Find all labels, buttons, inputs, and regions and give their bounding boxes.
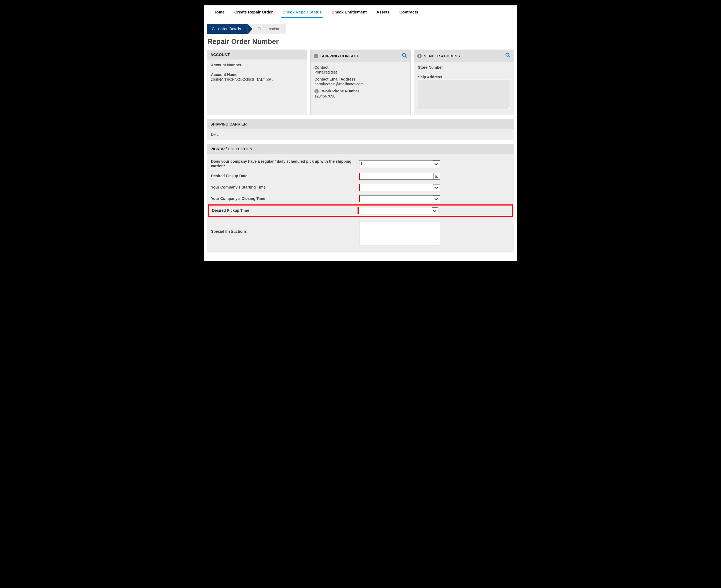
info-icon: i	[314, 89, 319, 93]
nav-create-repair-order[interactable]: Create Repair Order	[233, 7, 274, 18]
account-name-label: Account Name	[211, 72, 303, 77]
chevron-down-icon: ❯	[432, 207, 438, 214]
contact-label: Contact	[314, 65, 407, 69]
account-name-value: ZEBRA TECHNOLOGIES ITALY SRL	[211, 77, 303, 82]
contact-value: Portalreg test	[314, 70, 407, 74]
closing-time-select[interactable]: ❯	[359, 195, 440, 202]
chevron-down-icon: ❯	[433, 184, 440, 191]
nav-assets[interactable]: Assets	[375, 7, 391, 18]
svg-line-6	[437, 176, 437, 177]
closing-time-label: Your Company's Closing Time	[211, 196, 359, 201]
svg-point-2	[506, 53, 509, 57]
top-nav: Home Create Repair Order Check Repair St…	[204, 7, 517, 18]
shipping-carrier-header: SHIPPING CARRIER	[207, 119, 514, 129]
special-instructions-textarea[interactable]	[359, 221, 440, 245]
ship-address-textarea[interactable]	[418, 80, 510, 109]
account-number-label: Account Number	[211, 63, 303, 67]
svg-line-1	[405, 56, 407, 58]
nav-check-entitlement[interactable]: Check Entitlement	[330, 7, 368, 18]
starting-time-label: Your Company's Starting Time	[211, 185, 359, 190]
wizard-step-collection-details[interactable]: Collection Details	[207, 24, 248, 34]
nav-check-repair-status[interactable]: Check Repair Status	[281, 7, 323, 18]
search-icon[interactable]	[505, 52, 511, 59]
account-card: ACCOUNT Account Number Account Name ZEBR…	[207, 49, 307, 115]
info-icon: i	[417, 54, 422, 58]
search-icon[interactable]	[402, 52, 407, 59]
work-phone-label: i Work Phone Number	[314, 89, 407, 93]
starting-time-select[interactable]: ❯	[359, 184, 440, 191]
calendar-search-icon	[433, 173, 440, 180]
store-number-label: Store Number	[418, 65, 510, 69]
regular-pickup-label: Does your company have a regular / daily…	[211, 159, 359, 168]
wizard-step-confirmation[interactable]: Confirmation	[248, 24, 286, 34]
shipping-contact-header: i SHIPPING CONTACT	[311, 50, 410, 62]
page-title: Repair Order Number	[207, 38, 514, 46]
desired-pickup-time-label: Desired Pickup Time	[212, 208, 357, 213]
ship-address-label: Ship Address	[418, 75, 510, 79]
special-instructions-label: Special Instructions	[211, 221, 359, 234]
desired-pickup-date-label: Desired Pickup Date	[211, 174, 359, 178]
svg-point-0	[403, 53, 406, 57]
chevron-down-icon: ❯	[433, 195, 440, 202]
pickup-collection-header: PICKUP / COLLECTION	[207, 144, 514, 154]
svg-rect-4	[435, 175, 437, 177]
contact-email-value: portalregtest@mailinator.com	[314, 82, 407, 86]
account-header: ACCOUNT	[207, 50, 307, 60]
info-icon: i	[314, 54, 318, 58]
chevron-down-icon: ❯	[433, 161, 440, 167]
desired-pickup-time-highlight: Desired Pickup Time ❯	[208, 205, 513, 217]
shipping-contact-card: i SHIPPING CONTACT Contact Portalreg tes…	[310, 49, 411, 115]
contact-email-label: Contact Email Address	[314, 77, 407, 81]
pickup-collection-panel: PICKUP / COLLECTION Does your company ha…	[207, 144, 514, 252]
regular-pickup-select[interactable]: No ❯	[359, 160, 440, 167]
sender-address-header: i SENDER ADDRESS	[414, 50, 514, 62]
wizard-steps: Collection Details Confirmation	[207, 24, 514, 34]
work-phone-value: 1234567890	[314, 94, 407, 98]
nav-home[interactable]: Home	[212, 7, 226, 18]
shipping-carrier-value: DHL	[207, 129, 514, 140]
desired-pickup-date-input[interactable]	[359, 173, 440, 180]
nav-contracts[interactable]: Contracts	[398, 7, 419, 18]
sender-address-card: i SENDER ADDRESS Store Number Ship Addre…	[414, 49, 514, 115]
svg-line-3	[509, 56, 510, 58]
desired-pickup-time-select[interactable]: ❯	[357, 207, 438, 214]
shipping-carrier-panel: SHIPPING CARRIER DHL	[207, 119, 514, 140]
